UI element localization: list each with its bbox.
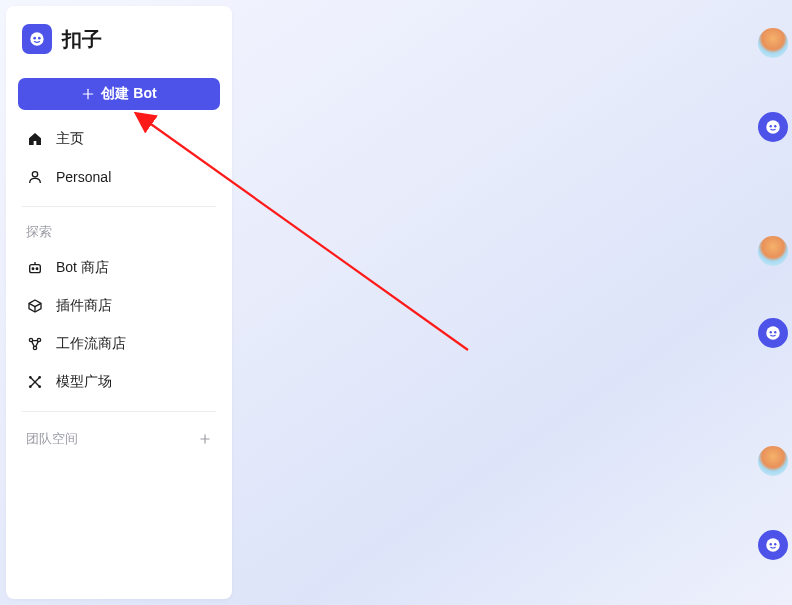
brand: 扣子 — [18, 24, 220, 70]
bot-face-icon — [764, 118, 782, 136]
bot-face-icon — [764, 536, 782, 554]
team-space-header: 团队空间 — [18, 422, 220, 450]
divider — [22, 411, 216, 412]
explore-section-label: 探索 — [18, 217, 220, 249]
svg-point-1 — [33, 37, 36, 40]
create-bot-label: 创建 Bot — [101, 85, 156, 103]
svg-point-2 — [38, 37, 41, 40]
svg-point-30 — [774, 543, 776, 545]
nav-plugin-store[interactable]: 插件商店 — [18, 287, 220, 325]
svg-point-16 — [30, 377, 31, 378]
svg-point-5 — [32, 172, 37, 177]
svg-point-23 — [770, 125, 772, 127]
svg-point-0 — [30, 32, 43, 45]
nav-plugin-store-label: 插件商店 — [56, 297, 112, 315]
avatar[interactable] — [758, 236, 788, 266]
bot-avatar[interactable] — [758, 318, 788, 348]
nav-model-plaza[interactable]: 模型广场 — [18, 363, 220, 401]
add-team-space-button[interactable] — [194, 428, 216, 450]
nav-personal[interactable]: Personal — [18, 158, 220, 196]
divider — [22, 206, 216, 207]
avatar[interactable] — [758, 446, 788, 476]
team-space-label: 团队空间 — [26, 430, 78, 448]
avatar[interactable] — [758, 28, 788, 58]
nav-home-label: 主页 — [56, 130, 84, 148]
brand-name: 扣子 — [62, 26, 102, 53]
nav-workflow-store-label: 工作流商店 — [56, 335, 126, 353]
svg-point-18 — [30, 386, 31, 387]
plus-icon — [198, 432, 212, 446]
right-avatar-rail — [752, 0, 788, 605]
nav-personal-label: Personal — [56, 169, 111, 185]
svg-point-19 — [39, 386, 40, 387]
workflow-store-icon — [26, 335, 44, 353]
svg-point-22 — [766, 120, 780, 134]
nav-home[interactable]: 主页 — [18, 120, 220, 158]
bot-face-icon — [764, 324, 782, 342]
brand-logo — [22, 24, 52, 54]
svg-point-29 — [770, 543, 772, 545]
create-bot-button[interactable]: 创建 Bot — [18, 78, 220, 110]
brand-logo-icon — [27, 29, 47, 49]
bot-store-icon — [26, 259, 44, 277]
model-plaza-icon — [26, 373, 44, 391]
nav-workflow-store[interactable]: 工作流商店 — [18, 325, 220, 363]
svg-rect-6 — [30, 265, 41, 273]
nav-bot-store[interactable]: Bot 商店 — [18, 249, 220, 287]
svg-point-7 — [32, 268, 34, 270]
plus-icon — [81, 87, 95, 101]
svg-point-26 — [770, 331, 772, 333]
svg-point-8 — [36, 268, 38, 270]
nav-model-plaza-label: 模型广场 — [56, 373, 112, 391]
bot-avatar[interactable] — [758, 112, 788, 142]
svg-point-24 — [774, 125, 776, 127]
sidebar: 扣子 创建 Bot 主页 Personal 探索 — [6, 6, 232, 599]
bot-avatar[interactable] — [758, 530, 788, 560]
home-icon — [26, 130, 44, 148]
person-icon — [26, 168, 44, 186]
nav-bot-store-label: Bot 商店 — [56, 259, 109, 277]
plugin-store-icon — [26, 297, 44, 315]
svg-point-17 — [39, 377, 40, 378]
svg-point-25 — [766, 326, 780, 340]
svg-point-28 — [766, 538, 780, 552]
svg-point-27 — [774, 331, 776, 333]
